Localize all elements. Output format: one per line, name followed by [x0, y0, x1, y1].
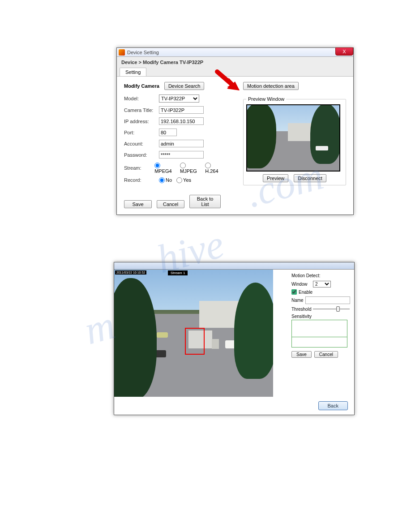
preview-legend: Preview Window	[246, 96, 286, 102]
back-button[interactable]: Back	[318, 401, 348, 410]
tab-setting[interactable]: Setting	[120, 68, 146, 76]
name-input[interactable]	[305, 296, 350, 304]
name-label: Name	[291, 298, 304, 303]
camera-title-label: Camera Title:	[124, 107, 159, 113]
motion-detect-title: Motion Detect:	[291, 273, 350, 278]
record-label: Record:	[124, 177, 159, 183]
ip-input[interactable]	[159, 117, 204, 125]
motion-region-box[interactable]	[185, 328, 205, 355]
app-icon	[119, 49, 125, 56]
port-label: Port:	[124, 130, 159, 135]
enable-label: Enable	[299, 290, 313, 295]
stream-overlay: Stream 1	[168, 270, 188, 275]
record-no[interactable]: No	[159, 177, 172, 184]
stream-mjpeg[interactable]: MJPEG	[180, 162, 201, 174]
model-select[interactable]: TV-IP322P	[159, 94, 199, 103]
sensitivity-label: Sensitivity	[291, 314, 350, 319]
motion-detect-panel: Motion Detect: Window 2 Enable Name Thre…	[287, 270, 354, 361]
preview-fieldset: Preview Window Preview Disconnect	[243, 96, 346, 185]
window-label: Window	[291, 282, 311, 287]
port-input[interactable]	[159, 129, 177, 136]
threshold-label: Threshold	[291, 307, 311, 312]
record-yes[interactable]: Yes	[176, 177, 191, 184]
breadcrumb: Device > Modify Camera TV-IP322P	[117, 57, 353, 68]
window-title: Device Setting	[127, 50, 159, 55]
model-label: Model:	[124, 96, 159, 101]
password-input[interactable]	[159, 151, 204, 159]
cancel-button[interactable]: Cancel	[157, 200, 184, 208]
disconnect-button[interactable]: Disconnect	[294, 174, 326, 182]
camera-title-input[interactable]	[159, 106, 204, 114]
stream-mpeg4[interactable]: MPEG4	[154, 162, 176, 174]
back-to-list-button[interactable]: Back to List	[189, 195, 221, 208]
stream-label: Stream:	[124, 165, 154, 171]
camera-video[interactable]: 2011/03/22 10:10:52 Stream 1	[114, 270, 273, 397]
enable-checkbox[interactable]	[291, 289, 297, 295]
window-select[interactable]: 2	[313, 281, 331, 287]
timestamp-overlay: 2011/03/22 10:10:52	[115, 270, 146, 275]
account-label: Account:	[124, 141, 159, 146]
account-input[interactable]	[159, 140, 204, 147]
motion-detection-button[interactable]: Motion detection area	[243, 82, 299, 90]
section-title: Modify Camera	[124, 83, 159, 89]
ip-label: IP address:	[124, 119, 159, 124]
motion-detect-window: 2011/03/22 10:10:52 Stream 1 Motion Dete…	[114, 262, 355, 415]
threshold-slider[interactable]	[313, 306, 350, 312]
stream-h264[interactable]: H.264	[205, 162, 223, 174]
preview-video	[246, 104, 340, 172]
red-arrow-icon	[214, 69, 240, 91]
sensitivity-graph	[291, 320, 347, 348]
close-button[interactable]: X	[335, 47, 353, 56]
md-cancel-button[interactable]: Cancel	[314, 351, 338, 358]
preview-button[interactable]: Preview	[263, 174, 288, 182]
device-search-button[interactable]: Device Search	[164, 82, 205, 90]
password-label: Password:	[124, 152, 159, 158]
save-button[interactable]: Save	[124, 200, 152, 208]
titlebar: Device Setting X	[117, 48, 353, 57]
md-save-button[interactable]: Save	[291, 351, 312, 358]
titlebar	[114, 262, 354, 270]
svg-line-2	[217, 72, 234, 86]
